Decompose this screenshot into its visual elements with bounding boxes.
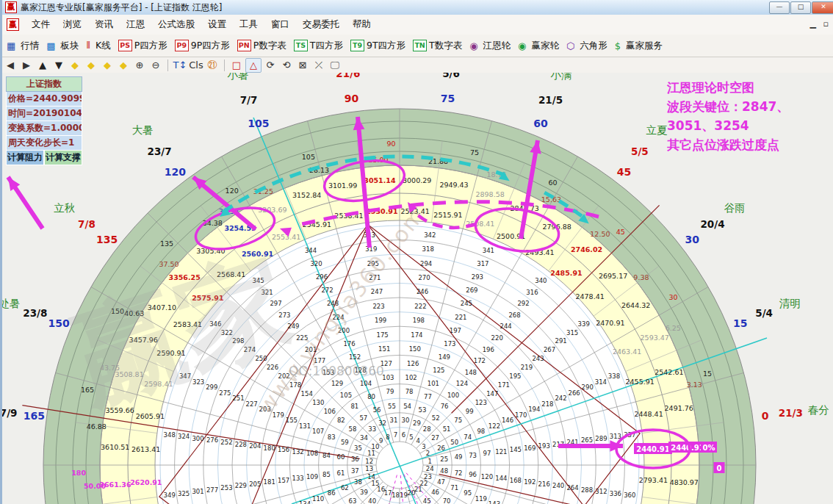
square-tool-icon[interactable]: □ xyxy=(229,59,244,72)
menu-item-窗口[interactable]: 窗口 xyxy=(264,16,296,32)
analysis-note: 江恩理论时空图波段关键位：2847、3051、3254其它点位涨跌过度点 xyxy=(667,78,833,154)
app-logo-icon: 赢 xyxy=(5,1,17,13)
wheel-label: 2448.41 xyxy=(634,410,663,418)
wheel-label: 2463.41 xyxy=(613,348,641,356)
wheel-label: 339 xyxy=(578,320,590,328)
toolbar-9P四方形[interactable]: P99P四方形 xyxy=(175,40,230,52)
menu-item-江恩[interactable]: 江恩 xyxy=(120,16,151,32)
wheel-label: 154 xyxy=(301,390,313,397)
menu-item-交易委托[interactable]: 交易委托 xyxy=(296,16,346,32)
wheel-label: 107 xyxy=(312,428,324,435)
toolbar-9T四方形[interactable]: T99T四方形 xyxy=(350,40,405,52)
minimize-button[interactable]: — xyxy=(769,1,790,14)
zoom-out-icon[interactable]: ⊖ xyxy=(148,59,163,72)
updown-icon[interactable]: T↕ xyxy=(173,59,187,72)
wheel-label: 春分 xyxy=(808,404,830,416)
rotate-cw-icon[interactable]: ⟳ xyxy=(263,59,278,72)
title-bar[interactable]: 赢 赢家江恩专业版[赢家服务平台] - [上证指数 江恩轮] — □ ✕ xyxy=(2,0,833,15)
wheel-label: 20/4 xyxy=(700,218,724,230)
wheel-label: 立夏 xyxy=(646,124,668,136)
wheel-label: 3152.84 xyxy=(292,191,321,199)
toolbar-T四方形[interactable]: TST四方形 xyxy=(294,40,343,52)
wheel-label: 19 xyxy=(400,492,408,499)
collapse-icon[interactable]: ⤫ xyxy=(311,59,326,72)
wheel-label: 100 xyxy=(447,392,459,399)
mdi-window-controls[interactable]: ▁ ▫ xyxy=(810,19,831,29)
toolbar-江恩轮[interactable]: ◉江恩轮 xyxy=(469,40,511,52)
wheel-label: 151 xyxy=(378,345,390,353)
calc-resistance-button[interactable]: 计算阻力 xyxy=(6,151,44,165)
wheel-label: 3101.99 xyxy=(328,181,357,190)
menu-item-设置[interactable]: 设置 xyxy=(201,16,233,32)
wheel-label: 170 xyxy=(515,411,527,419)
toolbar-P四方形[interactable]: PSP四方形 xyxy=(118,40,167,52)
zoom-in-icon[interactable]: ⊕ xyxy=(132,59,147,72)
toolbar-label: 六角形 xyxy=(580,40,607,52)
diamond-right-icon[interactable]: ◆ xyxy=(84,59,98,72)
diamond-left-icon[interactable]: ◆ xyxy=(68,59,82,72)
menu-item-资讯[interactable]: 资讯 xyxy=(88,16,120,32)
menu-item-文件[interactable]: 文件 xyxy=(25,16,57,32)
wheel-label: 294 xyxy=(420,260,432,267)
wheel-label: 3.13 xyxy=(687,381,702,389)
wheel-label: 2793.41 xyxy=(639,476,668,484)
wheel-label: 312 xyxy=(595,488,607,495)
wheel-label: 2485.91 xyxy=(550,269,582,277)
wheel-label: 152 xyxy=(349,353,361,361)
triangle-tool-icon[interactable]: △ xyxy=(245,58,262,73)
cls-button[interactable]: Cls xyxy=(189,59,203,72)
wheel-label: 192 xyxy=(524,478,536,486)
wheel-label: 2620.91 xyxy=(130,478,162,486)
wheel-label: 146 xyxy=(502,417,513,424)
maximize-button[interactable]: □ xyxy=(790,1,811,14)
wheel-label: 222 xyxy=(414,303,426,310)
toolbar-赢家轮[interactable]: ◉赢家轮 xyxy=(518,40,559,52)
wheel-label: 11 xyxy=(367,450,375,457)
toolbar-行情[interactable]: ▦行情 xyxy=(7,40,39,52)
diamond-up-icon[interactable]: ◆ xyxy=(100,59,115,72)
wheel-label: 2613.41 xyxy=(131,445,160,453)
wheel-label: 30 xyxy=(685,234,700,245)
wheel-label: 265 xyxy=(581,436,593,444)
index-info-panel: 上证指数 价格=2440.9099时间=20190104变换系数=1.00000… xyxy=(6,76,82,165)
arrow-right-icon[interactable]: ▶ xyxy=(19,59,34,72)
wheel-label: 28 xyxy=(423,425,431,433)
info-row: 价格=2440.9099 xyxy=(6,92,82,107)
wheel-label: 101 xyxy=(428,380,439,387)
wheel-label: 34 xyxy=(360,434,368,442)
rotate-ccw-icon[interactable]: ⟲ xyxy=(279,59,294,72)
arrow-left-icon[interactable]: ◀ xyxy=(3,59,18,72)
wheel-label: 2898.58 xyxy=(475,190,504,198)
wheel-label: 174 xyxy=(411,331,422,339)
wheel-label: 267 xyxy=(544,346,555,353)
menu-item-公式选股[interactable]: 公式选股 xyxy=(151,16,201,32)
wheel-label: 220 xyxy=(491,334,503,342)
menu-item-帮助[interactable]: 帮助 xyxy=(346,16,378,32)
wheel-label: 3051.14 xyxy=(364,176,396,184)
toolbar-K线[interactable]: ⫴K线 xyxy=(87,40,111,52)
close-button[interactable]: ✕ xyxy=(812,1,833,14)
box-x-icon[interactable]: ⊠ xyxy=(295,59,310,72)
toolbar-P数字表[interactable]: PNP数字表 xyxy=(237,40,286,52)
wheel-label: 145 xyxy=(510,446,522,453)
tri-down-icon[interactable]: ▼ xyxy=(51,59,66,72)
tri-up-icon[interactable]: ▲ xyxy=(35,59,50,72)
menu-item-浏览[interactable]: 浏览 xyxy=(57,16,88,32)
toolbar-label: 赢家轮 xyxy=(531,40,559,52)
wheel-label: 133 xyxy=(292,475,303,482)
toolbar-赢家服务[interactable]: $赢家服务 xyxy=(615,40,663,52)
wheel-label: 344 xyxy=(305,247,317,254)
diamond-down-icon[interactable]: ◆ xyxy=(116,59,131,72)
toolbar-板块[interactable]: ▩板块 xyxy=(46,40,79,52)
screen-icon[interactable]: 🖵 xyxy=(328,59,342,72)
wheel-label: 18 xyxy=(392,492,400,499)
toolbar-六角形[interactable]: ⬡六角形 xyxy=(566,40,607,52)
toolbar-T数字表[interactable]: TNT数字表 xyxy=(413,40,462,52)
menu-item-工具[interactable]: 工具 xyxy=(233,16,264,32)
calendar-icon[interactable]: ㉑ xyxy=(205,59,220,72)
wheel-label: 268 xyxy=(508,312,520,319)
calc-support-button[interactable]: 计算支撑 xyxy=(44,151,82,165)
wheel-label: 204 xyxy=(249,442,261,450)
wheel-label: 341 xyxy=(483,247,494,254)
wheel-label: 270 xyxy=(418,274,430,281)
